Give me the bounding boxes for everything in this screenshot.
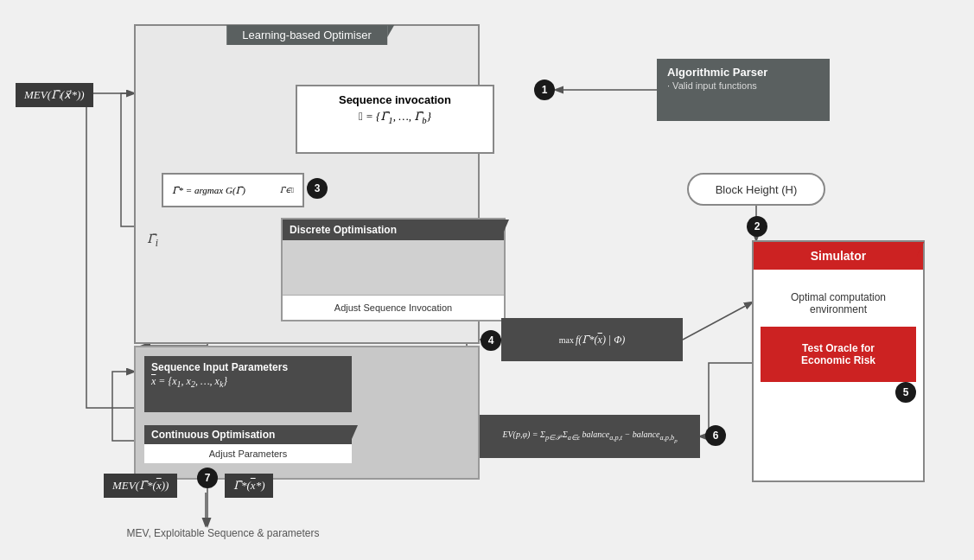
algo-parser-box: Algorithmic Parser · Valid input functio… <box>657 59 830 121</box>
mev-input-label: MEV(Γ̄ᵢ(x⃗*)) <box>16 83 93 107</box>
simulator-title: Simulator <box>754 242 923 270</box>
discrete-opt-box: Discrete Optimisation Adjust Sequence In… <box>281 218 506 321</box>
gamma-i-label: Γ̄i <box>147 232 158 249</box>
badge-1: 1 <box>534 80 555 100</box>
cont-opt-title: Continuous Optimisation <box>144 425 352 444</box>
seq-inv-box: Sequence invocation 𝒜 = {Γ̄1, …, Γ̄b} <box>296 85 494 154</box>
diagram-container: MEV(Γ̄ᵢ(x⃗*)) Learning-based Optimiser S… <box>0 0 974 560</box>
max-formula-box: max f(Γ̄*(x) | Φ) <box>501 318 683 361</box>
discrete-opt-title: Discrete Optimisation <box>283 220 504 240</box>
cont-opt-container: Continuous Optimisation Adjust Parameter… <box>144 425 352 475</box>
algo-parser-sub: · Valid input functions <box>657 80 830 91</box>
seq-inv-formula: 𝒜 = {Γ̄1, …, Γ̄b} <box>297 110 493 125</box>
badge-5: 5 <box>895 382 916 403</box>
sip-title: Sequence Input Parameters <box>144 356 352 375</box>
down-arrow-svg <box>197 493 214 527</box>
test-oracle-box: Test Oracle forEconomic Risk <box>761 327 916 382</box>
cont-opt-sub: Adjust Parameters <box>144 444 352 463</box>
simulator-box: Simulator Optimal computation environmen… <box>752 240 925 482</box>
sip-container: Sequence Input Parameters x = {x1, x2, …… <box>134 346 480 480</box>
optimal-env-label: Optimal computation environment <box>754 270 923 320</box>
badge-2: 2 <box>747 216 767 237</box>
svg-line-5 <box>683 302 752 340</box>
sip-formula: x = {x1, x2, …, xk} <box>144 375 352 389</box>
sip-inner-box: Sequence Input Parameters x = {x1, x2, …… <box>144 356 352 412</box>
badge-6: 6 <box>705 425 726 446</box>
algo-parser-title: Algorithmic Parser <box>657 59 830 80</box>
discrete-opt-sub: Adjust Sequence Invocation <box>283 295 504 320</box>
badge-3: 3 <box>307 178 328 199</box>
lbo-label: Learning-based Optimiser <box>226 25 387 45</box>
output-label: MEV, Exploitable Sequence & parameters <box>111 527 335 539</box>
badge-4: 4 <box>481 330 501 351</box>
gamma-star-box: Γ̄* = argmax G(Γ̄)Γ̄∈𝒜 <box>162 173 304 207</box>
block-height-box: Block Height (H) <box>687 173 825 206</box>
mev-output-box: MEV(Γ̄*(x)) <box>104 474 177 498</box>
gamma-output-box: Γ̄*(x*) <box>225 474 273 498</box>
lbo-container: Learning-based Optimiser Sequence invoca… <box>134 24 480 344</box>
seq-inv-title: Sequence invocation <box>297 93 493 106</box>
badge-7: 7 <box>197 468 218 488</box>
ev-formula-box: EV(p,φ) = Σp∈𝒫 Σa∈ε balancea,p,t − balan… <box>480 415 700 458</box>
